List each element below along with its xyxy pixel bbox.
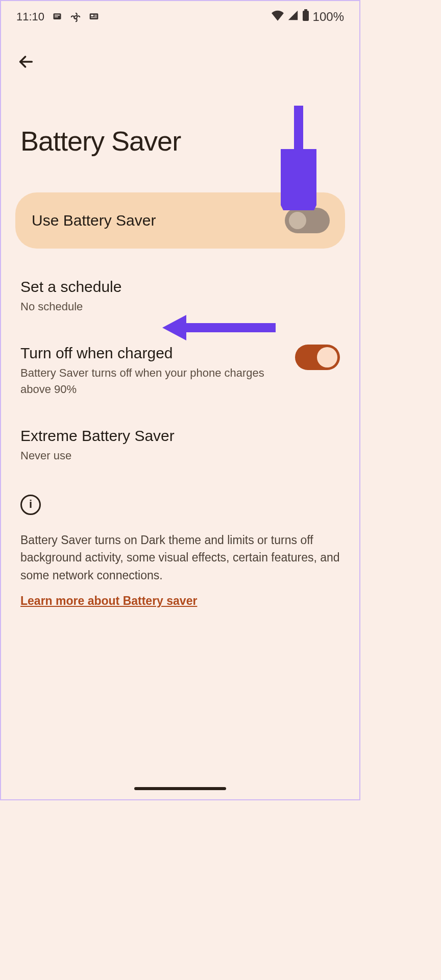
svg-rect-4 [304,9,307,11]
annotation-arrow-left [158,307,281,348]
extreme-battery-saver-row[interactable]: Extreme Battery Saver Never use [20,427,340,464]
battery-icon [302,9,310,24]
arrow-left-icon [17,53,35,70]
extreme-battery-saver-subtitle: Never use [20,448,340,464]
turn-off-when-charged-subtitle: Battery Saver turns off when your phone … [20,365,280,398]
turn-off-when-charged-toggle[interactable] [295,345,340,370]
status-left: 11:10 [16,10,100,23]
info-icon: i [20,495,41,515]
info-text: Battery Saver turns on Dark theme and li… [20,531,340,584]
learn-more-link[interactable]: Learn more about Battery saver [20,594,197,608]
svg-marker-8 [162,315,186,340]
wifi-icon [271,10,284,24]
pinwheel-icon [70,12,81,22]
status-right: 100% [271,9,344,24]
signal-icon [287,10,299,24]
news-icon [88,12,100,22]
status-bar: 11:10 100% [1,1,359,27]
extreme-battery-saver-title: Extreme Battery Saver [20,427,340,445]
use-battery-saver-label: Use Battery Saver [32,212,156,229]
gesture-nav-bar[interactable] [134,787,226,790]
svg-rect-3 [303,11,309,21]
annotation-arrow-down [281,103,316,210]
status-time: 11:10 [16,10,44,23]
messages-icon [52,12,63,22]
battery-percent: 100% [313,10,344,24]
turn-off-when-charged-row[interactable]: Turn off when charged Battery Saver turn… [20,345,340,398]
svg-rect-2 [91,15,93,16]
set-schedule-title: Set a schedule [20,278,340,296]
svg-marker-6 [286,185,311,205]
back-button[interactable] [14,50,38,74]
use-battery-saver-toggle[interactable] [285,208,330,233]
